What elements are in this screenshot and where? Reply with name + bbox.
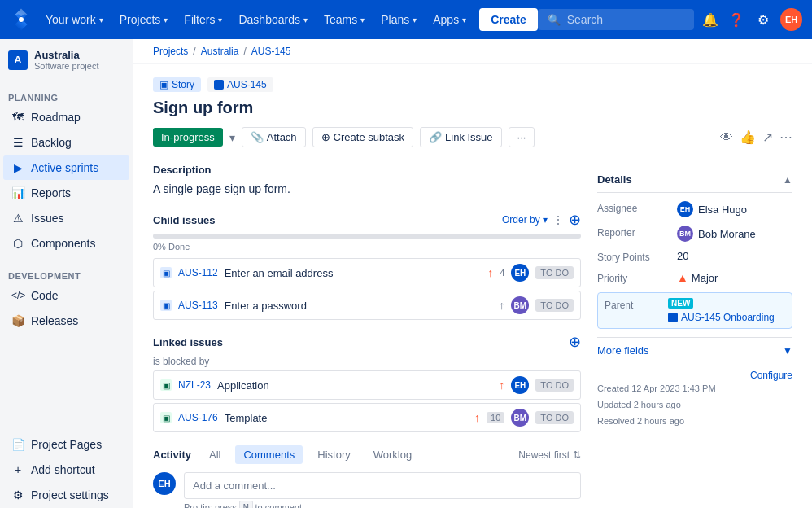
help-icon[interactable]: ❓ [724,7,749,33]
breadcrumb-projects[interactable]: Projects [153,46,188,57]
add-child-icon[interactable]: ⊕ [569,211,581,229]
sidebar-item-add-shortcut[interactable]: + Add shortcut [3,458,129,482]
comment-input[interactable]: Add a comment... [184,472,581,499]
activity-tab-all[interactable]: All [201,445,229,464]
nav-projects[interactable]: Projects ▾ [111,0,177,39]
sidebar-item-project-pages[interactable]: 📄 Project Pages [3,432,129,457]
nav-your-work[interactable]: Your work ▾ [37,0,111,39]
assignee-value[interactable]: EH Elsa Hugo [677,201,792,217]
components-icon: ⬡ [11,237,24,250]
priority-label: Priority [597,271,670,284]
status-button[interactable]: In-progress [153,128,223,147]
nav-filters[interactable]: Filters ▾ [176,0,230,39]
settings-icon[interactable]: ⚙ [751,7,776,33]
child-issue-name: Enter an email address [225,267,482,279]
nav-apps[interactable]: Apps ▾ [425,0,474,39]
top-nav: Your work ▾ Projects ▾ Filters ▾ Dashboa… [0,0,812,39]
activity-tab-comments[interactable]: Comments [235,445,303,464]
parent-link[interactable]: AUS-145 Onboarding [681,312,775,323]
linked-issue-link[interactable]: AUS-176 [178,412,218,423]
sidebar-item-backlog[interactable]: ☰ Backlog [3,130,129,155]
child-issue-row[interactable]: ▣ AUS-112 Enter an email address ↑ 4 EH … [153,258,581,287]
share-icon[interactable]: ↗ [762,129,773,145]
linked-issue-name: Application [217,379,492,392]
assignee-label: Assignee [597,201,670,214]
progress-label: 0% Done [153,242,581,252]
create-button[interactable]: Create [479,8,538,31]
child-issue-row[interactable]: ▣ AUS-113 Enter a password ↑ BM TO DO [153,291,581,320]
story-points-value[interactable]: 20 [677,250,792,262]
details-toggle[interactable]: Details ▲ [597,167,792,193]
child-assignee-avatar: EH [511,264,529,282]
reporter-value[interactable]: BM Bob Morane [677,226,792,242]
sidebar-item-releases[interactable]: 📦 Releases [3,309,129,333]
detail-row-reporter: Reporter BM Bob Morane [597,226,792,242]
nav-plans[interactable]: Plans ▾ [373,0,425,39]
watch-icon[interactable]: 👁 [720,130,733,145]
nav-dashboards[interactable]: Dashboards ▾ [230,0,316,39]
linked-status-badge: TO DO [535,411,574,424]
chevron-down-icon: ▾ [218,15,222,24]
parent-value[interactable]: AUS-145 Onboarding [668,312,775,323]
sidebar-item-issues[interactable]: ⚠ Issues [3,206,129,230]
jira-logo-icon [10,8,33,31]
breadcrumb-issue[interactable]: AUS-145 [251,46,291,57]
sidebar-section-planning: PLANNING [0,85,133,104]
linked-issue-link[interactable]: NZL-23 [178,379,211,391]
sidebar-project-header[interactable]: A Australia Software project [0,39,133,81]
sidebar-item-roadmap[interactable]: 🗺 Roadmap [3,105,129,129]
sidebar-project-sub: Software project [34,61,98,71]
chevron-down-icon: ▾ [303,15,308,24]
linked-status-badge: TO DO [535,379,574,392]
reporter-label: Reporter [597,226,670,239]
project-avatar: A [8,50,28,70]
resolved-timestamp: Resolved 2 hours ago [597,414,792,430]
order-by-label[interactable]: Order by ▾ [502,214,548,226]
activity-tab-history[interactable]: History [309,445,358,464]
linked-issue-row[interactable]: ▣ NZL-23 Application ↑ EH TO DO [153,370,581,400]
link-icon: 🔗 [429,131,442,143]
nav-teams[interactable]: Teams ▾ [316,0,373,39]
parent-issue-badge[interactable]: AUS-145 [207,77,273,92]
issues-icon: ⚠ [11,212,24,225]
breadcrumb: Projects / Australia / AUS-145 [133,39,812,64]
create-subtask-button[interactable]: ⊕ Create subtask [312,127,413,147]
activity-section: Activity All Comments History Worklog Ne… [153,445,581,508]
priority-value[interactable]: ▲ Major [677,271,792,284]
more-options-icon[interactable]: ⋯ [779,129,792,145]
child-issue-link[interactable]: AUS-113 [178,300,218,311]
sidebar-item-code[interactable]: </> Code [3,283,129,308]
attach-button[interactable]: 📎 Attach [242,127,306,147]
sidebar-item-components[interactable]: ⬡ Components [3,231,129,256]
add-link-icon[interactable]: ⊕ [569,333,581,351]
child-issue-filter-icon[interactable]: ⋮ [552,213,564,226]
sidebar-item-reports[interactable]: 📊 Reports [3,181,129,205]
parent-new-badge: NEW [668,298,693,309]
child-status-badge: TO DO [535,299,574,312]
attach-icon: 📎 [251,131,264,143]
child-issue-link[interactable]: AUS-112 [178,267,218,278]
child-assignee-avatar: BM [511,296,529,314]
user-avatar[interactable]: EH [780,8,802,31]
more-fields-toggle[interactable]: More fields ▼ [597,337,792,363]
backlog-icon: ☰ [11,136,24,149]
configure-link[interactable]: Configure [750,370,792,381]
sidebar-project-name: Australia [34,49,98,61]
search-bar[interactable]: 🔍 Search [538,9,695,30]
sidebar-item-active-sprints[interactable]: ▶ Your work Active sprints [3,155,129,180]
sidebar: A Australia Software project PLANNING 🗺 … [0,39,133,508]
subtask-type-icon: ▣ [160,267,172,278]
sidebar-item-project-settings[interactable]: ⚙ Project settings [3,483,129,507]
activity-tab-worklog[interactable]: Worklog [365,445,420,464]
linked-issues-title: Linked issues [153,336,223,348]
notification-icon[interactable]: 🔔 [697,7,723,33]
linked-issue-row[interactable]: ▣ AUS-176 Template ↑ 10 BM TO DO [153,403,581,432]
reporter-avatar: BM [677,226,693,242]
newest-first-button[interactable]: Newest first ⇅ [518,449,581,461]
logo[interactable] [10,8,33,31]
link-issue-button[interactable]: 🔗 Link Issue [420,127,502,147]
more-button[interactable]: ··· [509,127,535,147]
aus-icon [214,80,224,90]
vote-icon[interactable]: 👍 [740,129,756,145]
breadcrumb-project[interactable]: Australia [201,46,239,57]
